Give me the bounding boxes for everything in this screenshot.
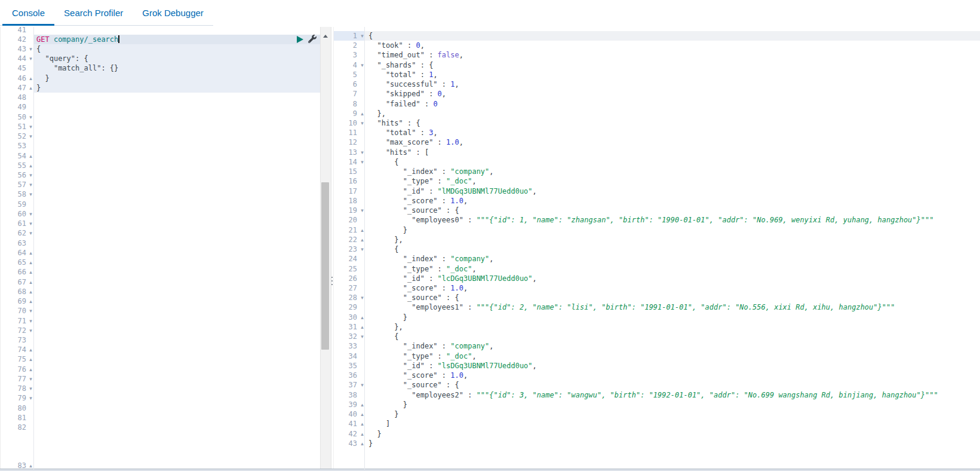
- request-options-button[interactable]: [308, 35, 317, 43]
- editor-line[interactable]: 54▴: [1, 151, 321, 161]
- editor-line[interactable]: 28▾ "_source" : {: [334, 293, 980, 302]
- editor-line[interactable]: 31▴ },: [334, 322, 980, 332]
- editor-line[interactable]: 27 "_score" : 1.0,: [334, 283, 980, 293]
- editor-line[interactable]: 23▾ {: [334, 244, 980, 254]
- editor-line[interactable]: 17 "_id" : "lMDGq3UBNMl77Uedd0uo",: [334, 186, 980, 196]
- editor-line[interactable]: 21▴ }: [334, 225, 980, 235]
- editor-line[interactable]: 80: [1, 403, 321, 413]
- editor-line[interactable]: 19▾ "_source" : {: [334, 206, 980, 215]
- editor-line[interactable]: 36 "_score" : 1.0,: [334, 371, 980, 380]
- editor-line[interactable]: 15 "_index" : "company",: [334, 167, 980, 176]
- editor-line[interactable]: 41▴ ]: [334, 419, 980, 429]
- send-request-button play-icon[interactable]: [297, 36, 303, 43]
- editor-line[interactable]: 61▾: [1, 219, 321, 228]
- editor-line[interactable]: 57▾: [1, 180, 321, 189]
- line-number: 15: [334, 167, 357, 176]
- editor-line[interactable]: 29 "employees1" : """{"id": 2, "name": "…: [334, 302, 980, 312]
- editor-line[interactable]: 22▴ },: [334, 235, 980, 244]
- editor-line[interactable]: 59: [1, 200, 321, 209]
- editor-line[interactable]: 11 "total" : 3,: [334, 128, 980, 137]
- scrollbar-thumb[interactable]: [321, 182, 329, 350]
- editor-line[interactable]: 7 "skipped" : 0,: [334, 89, 980, 99]
- editor-line[interactable]: 41: [1, 27, 321, 35]
- editor-line[interactable]: 69▴: [1, 296, 321, 306]
- editor-line[interactable]: 76▴: [1, 365, 321, 374]
- editor-line[interactable]: 4▾ "_shards" : {: [334, 60, 980, 70]
- line-number: 23: [334, 244, 357, 254]
- editor-line[interactable]: 67▴: [1, 277, 321, 287]
- line-number: 20: [334, 215, 357, 225]
- editor-line[interactable]: 74▴: [1, 345, 321, 354]
- tab-search-profiler[interactable]: Search Profiler: [54, 1, 133, 25]
- editor-line[interactable]: 37▾ "_source" : {: [334, 380, 980, 390]
- editor-line[interactable]: 16 "_type" : "_doc",: [334, 176, 980, 186]
- editor-line[interactable]: 79▾: [1, 393, 321, 403]
- editor-line[interactable]: 43▾{: [1, 44, 321, 54]
- editor-line[interactable]: 8 "failed" : 0: [334, 99, 980, 109]
- editor-line[interactable]: 51▾: [1, 122, 321, 131]
- editor-line[interactable]: 65▴: [1, 258, 321, 267]
- editor-line[interactable]: 35 "_id" : "lsDGq3UBNMl77Uedd0uo",: [334, 361, 980, 371]
- editor-line[interactable]: 26 "_id" : "lcDGq3UBNMl77Uedd0uo",: [334, 274, 980, 283]
- editor-line[interactable]: 1▾{: [334, 31, 980, 41]
- editor-line[interactable]: 2 "took" : 0,: [334, 41, 980, 50]
- editor-line[interactable]: 32▾ {: [334, 332, 980, 341]
- editor-line[interactable]: 64▴: [1, 248, 321, 258]
- editor-line[interactable]: 60▾: [1, 209, 321, 219]
- editor-line[interactable]: 52▾: [1, 131, 321, 141]
- editor-line[interactable]: 58▾: [1, 189, 321, 199]
- editor-line[interactable]: 38 "employees2" : """{"id": 3, "name": "…: [334, 390, 980, 400]
- editor-line[interactable]: 73: [1, 335, 321, 345]
- editor-line[interactable]: 53: [1, 141, 321, 151]
- editor-line[interactable]: 40▴ }: [334, 409, 980, 419]
- editor-line[interactable]: 63: [1, 238, 321, 248]
- editor-line[interactable]: 30▴ }: [334, 313, 980, 322]
- console-request-editor[interactable]: 4142GET company/_search43▾{44▾ "query": …: [0, 27, 321, 470]
- editor-line[interactable]: 44▾ "query": {: [1, 54, 321, 63]
- editor-line[interactable]: 33 "_index" : "company",: [334, 341, 980, 351]
- editor-line[interactable]: 78▾: [1, 384, 321, 393]
- editor-line[interactable]: 39▴ }: [334, 400, 980, 409]
- editor-line[interactable]: 3 "timed_out" : false,: [334, 50, 980, 60]
- editor-line[interactable]: 42GET company/_search: [1, 35, 321, 44]
- editor-line[interactable]: 48: [1, 93, 321, 102]
- editor-line[interactable]: 9▴ },: [334, 109, 980, 118]
- editor-line[interactable]: 55▴: [1, 161, 321, 170]
- editor-line[interactable]: 46▴ }: [1, 74, 321, 83]
- scroll-up-arrow-icon[interactable]: [323, 35, 328, 38]
- editor-line[interactable]: 24 "_index" : "company",: [334, 254, 980, 264]
- editor-line[interactable]: 50▾: [1, 112, 321, 122]
- editor-line[interactable]: 10▾ "hits" : {: [334, 118, 980, 128]
- editor-line[interactable]: 70▾: [1, 306, 321, 316]
- editor-line[interactable]: 25 "_type" : "_doc",: [334, 264, 980, 274]
- editor-line[interactable]: 20 "employees0" : """{"id": 1, "name": "…: [334, 215, 980, 225]
- editor-line[interactable]: 72▾: [1, 326, 321, 335]
- editor-line[interactable]: 12 "max_score" : 1.0,: [334, 137, 980, 147]
- editor-line[interactable]: 42▴ }: [334, 429, 980, 439]
- editor-line[interactable]: 68▴: [1, 287, 321, 296]
- editor-line[interactable]: 66▴: [1, 267, 321, 277]
- editor-line[interactable]: 45 "match_all": {}: [1, 63, 321, 73]
- line-number: 39: [334, 400, 357, 409]
- editor-line[interactable]: 18 "_score" : 1.0,: [334, 196, 980, 206]
- tab-grok-debugger[interactable]: Grok Debugger: [133, 1, 213, 25]
- editor-line[interactable]: 47▴}: [1, 83, 321, 93]
- editor-line[interactable]: 49: [1, 102, 321, 112]
- editor-line[interactable]: 43▴}: [334, 439, 980, 448]
- tab-console[interactable]: Console: [2, 1, 54, 25]
- line-number: 35: [334, 361, 357, 371]
- editor-line[interactable]: 77▾: [1, 374, 321, 384]
- line-number: 80: [1, 403, 26, 413]
- editor-line[interactable]: 81: [1, 413, 321, 423]
- editor-line[interactable]: 62▾: [1, 228, 321, 238]
- editor-line[interactable]: 6 "successful" : 1,: [334, 79, 980, 89]
- console-response-editor[interactable]: 1▾{2 "took" : 0,3 "timed_out" : false,4▾…: [333, 27, 980, 470]
- editor-line[interactable]: 71▾: [1, 316, 321, 326]
- editor-line[interactable]: 82: [1, 423, 321, 432]
- editor-line[interactable]: 75▴: [1, 354, 321, 364]
- editor-line[interactable]: 14▾ {: [334, 157, 980, 167]
- editor-line[interactable]: 56▾: [1, 170, 321, 180]
- editor-line[interactable]: 34 "_type" : "_doc",: [334, 351, 980, 361]
- editor-line[interactable]: 13▾ "hits" : [: [334, 148, 980, 157]
- editor-line[interactable]: 5 "total" : 1,: [334, 70, 980, 79]
